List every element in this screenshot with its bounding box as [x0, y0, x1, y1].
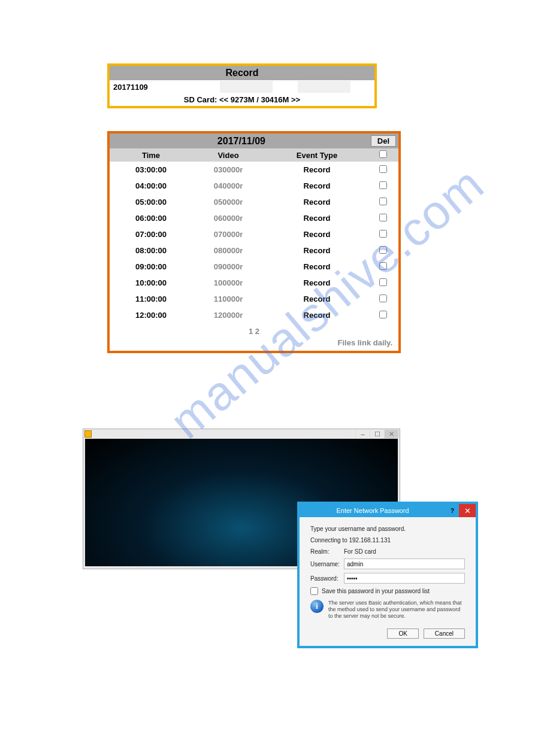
cancel-button[interactable]: Cancel: [424, 629, 465, 639]
dialog-connecting: Connecting to 192.168.11.131: [310, 537, 465, 544]
table-row: 08:00:00080000rRecord: [110, 242, 398, 259]
record-panel: Record 20171109 SD Card: << 9273M / 3041…: [107, 63, 377, 108]
cell-time: 12:00:00: [110, 311, 192, 320]
cell-event: Record: [264, 198, 370, 207]
password-dialog: Enter Network Password ? ✕ Type your use…: [297, 502, 478, 648]
cell-event: Record: [264, 165, 370, 174]
row-checkbox[interactable]: [379, 181, 387, 189]
row-checkbox[interactable]: [379, 165, 387, 173]
col-header-video: Video: [192, 151, 264, 160]
table-row: 04:00:00040000rRecord: [110, 178, 398, 194]
maximize-button[interactable]: ☐: [370, 430, 384, 438]
ok-button[interactable]: OK: [387, 629, 418, 639]
table-row: 11:00:00110000rRecord: [110, 291, 398, 307]
delete-button[interactable]: Del: [371, 135, 396, 147]
cell-video[interactable]: 120000r: [192, 311, 264, 320]
save-password-checkbox[interactable]: [310, 587, 318, 595]
realm-label: Realm:: [310, 548, 344, 555]
cell-time: 11:00:00: [110, 294, 192, 303]
table-row: 09:00:00090000rRecord: [110, 259, 398, 275]
help-icon[interactable]: ?: [446, 508, 459, 514]
cell-event: Record: [264, 311, 370, 320]
cell-time: 04:00:00: [110, 181, 192, 190]
record-date[interactable]: 20171109: [110, 83, 162, 92]
table-row: 12:00:00120000rRecord: [110, 307, 398, 323]
row-checkbox[interactable]: [379, 262, 387, 270]
realm-value: For SD card: [344, 548, 376, 555]
save-password-label: Save this password in your password list: [322, 588, 430, 594]
row-checkbox[interactable]: [379, 214, 387, 221]
cell-time: 07:00:00: [110, 230, 192, 239]
cell-video[interactable]: 040000r: [192, 181, 264, 190]
row-checkbox[interactable]: [379, 278, 387, 286]
row-checkbox[interactable]: [379, 198, 387, 205]
cell-time: 05:00:00: [110, 198, 192, 207]
row-checkbox[interactable]: [379, 230, 387, 238]
security-warning-text: The server uses Basic authentication, wh…: [328, 600, 465, 619]
col-header-time: Time: [110, 151, 192, 160]
recordings-table-panel: 2017/11/09 Del Time Video Event Type 03:…: [107, 131, 401, 353]
cell-video[interactable]: 050000r: [192, 198, 264, 207]
record-blank-1[interactable]: [220, 81, 273, 93]
dialog-title: Enter Network Password: [300, 507, 446, 514]
table-row: 06:00:00060000rRecord: [110, 210, 398, 226]
cell-video[interactable]: 060000r: [192, 214, 264, 223]
files-link-note: Files link daily.: [110, 338, 398, 351]
col-header-event: Event Type: [264, 151, 370, 160]
row-checkbox[interactable]: [379, 246, 387, 254]
cell-event: Record: [264, 230, 370, 239]
table-row: 03:00:00030000rRecord: [110, 162, 398, 178]
table-row: 05:00:00050000rRecord: [110, 194, 398, 210]
select-all-checkbox[interactable]: [379, 150, 387, 158]
row-checkbox[interactable]: [379, 311, 387, 318]
cell-time: 10:00:00: [110, 278, 192, 287]
cell-event: Record: [264, 262, 370, 271]
dialog-close-button[interactable]: ✕: [459, 504, 476, 517]
minimize-button[interactable]: –: [355, 430, 370, 438]
cell-video[interactable]: 100000r: [192, 278, 264, 287]
cell-video[interactable]: 110000r: [192, 294, 264, 303]
cell-video[interactable]: 070000r: [192, 230, 264, 239]
password-label: Password:: [310, 575, 344, 582]
cell-time: 03:00:00: [110, 165, 192, 174]
cell-video[interactable]: 090000r: [192, 262, 264, 271]
row-checkbox[interactable]: [379, 294, 387, 302]
cell-time: 06:00:00: [110, 214, 192, 223]
table-row: 07:00:00070000rRecord: [110, 226, 398, 242]
table-row: 10:00:00100000rRecord: [110, 275, 398, 291]
info-icon: i: [310, 600, 324, 613]
username-label: Username:: [310, 561, 344, 567]
record-title: Record: [110, 66, 374, 80]
player-close-button[interactable]: ✕: [384, 430, 398, 438]
player-app-icon: [84, 430, 92, 438]
dialog-prompt: Type your username and password.: [310, 526, 465, 532]
cell-event: Record: [264, 278, 370, 287]
cell-event: Record: [264, 246, 370, 255]
cell-event: Record: [264, 214, 370, 223]
password-input[interactable]: [344, 573, 465, 584]
table-date-title: 2017/11/09: [112, 136, 371, 147]
cell-event: Record: [264, 181, 370, 190]
pagination[interactable]: 1 2: [110, 323, 398, 338]
cell-video[interactable]: 030000r: [192, 165, 264, 174]
cell-time: 09:00:00: [110, 262, 192, 271]
record-blank-2[interactable]: [298, 81, 350, 93]
cell-video[interactable]: 080000r: [192, 246, 264, 255]
cell-event: Record: [264, 294, 370, 303]
username-input[interactable]: [344, 558, 465, 569]
cell-time: 08:00:00: [110, 246, 192, 255]
sd-card-status: SD Card: << 9273M / 30416M >>: [110, 93, 374, 106]
